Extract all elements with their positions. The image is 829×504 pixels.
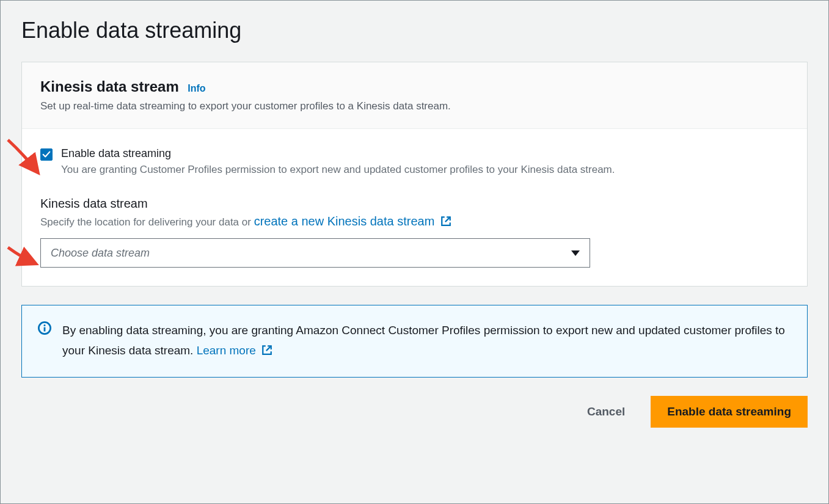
kinesis-panel: Kinesis data stream Info Set up real-tim… xyxy=(21,62,808,287)
panel-description: Set up real-time data streaming to expor… xyxy=(40,100,789,112)
stream-field-label: Kinesis data stream xyxy=(40,197,789,211)
select-placeholder: Choose data stream xyxy=(51,247,150,260)
chevron-down-icon xyxy=(571,250,580,256)
footer-actions: Cancel Enable data streaming xyxy=(21,396,808,428)
panel-header: Kinesis data stream Info Set up real-tim… xyxy=(22,62,807,129)
checkbox-text: Enable data streaming You are granting C… xyxy=(61,147,615,176)
panel-body: Enable data streaming You are granting C… xyxy=(22,129,807,286)
stream-field-hint: Specify the location for delivering your… xyxy=(40,214,789,230)
create-stream-link[interactable]: create a new Kinesis data stream xyxy=(254,214,451,228)
external-link-icon xyxy=(261,341,272,362)
info-alert: By enabling data streaming, you are gran… xyxy=(21,305,808,378)
create-stream-link-text: create a new Kinesis data stream xyxy=(254,214,435,228)
enable-streaming-option: Enable data streaming You are granting C… xyxy=(40,147,789,176)
alert-message: By enabling data streaming, you are gran… xyxy=(62,324,785,357)
data-stream-select[interactable]: Choose data stream xyxy=(40,238,590,268)
svg-point-1 xyxy=(43,324,45,326)
check-icon xyxy=(42,150,51,159)
panel-title: Kinesis data stream xyxy=(40,78,179,95)
enable-streaming-hint: You are granting Customer Profiles permi… xyxy=(61,164,615,176)
cancel-button[interactable]: Cancel xyxy=(574,398,638,426)
page-title: Enable data streaming xyxy=(21,18,808,43)
alert-text: By enabling data streaming, you are gran… xyxy=(62,320,791,362)
info-link[interactable]: Info xyxy=(188,83,205,93)
svg-rect-2 xyxy=(44,327,46,332)
enable-streaming-label[interactable]: Enable data streaming xyxy=(61,147,615,160)
stream-hint-prefix: Specify the location for delivering your… xyxy=(40,216,254,228)
learn-more-text: Learn more xyxy=(197,344,256,357)
stream-field-group: Kinesis data stream Specify the location… xyxy=(40,197,789,268)
page-container: Enable data streaming Kinesis data strea… xyxy=(0,0,829,504)
enable-streaming-button[interactable]: Enable data streaming xyxy=(651,396,808,428)
external-link-icon xyxy=(440,216,451,230)
panel-title-row: Kinesis data stream Info xyxy=(40,78,789,95)
info-icon xyxy=(38,321,51,362)
learn-more-link[interactable]: Learn more xyxy=(197,344,272,357)
enable-streaming-checkbox[interactable] xyxy=(40,148,53,161)
